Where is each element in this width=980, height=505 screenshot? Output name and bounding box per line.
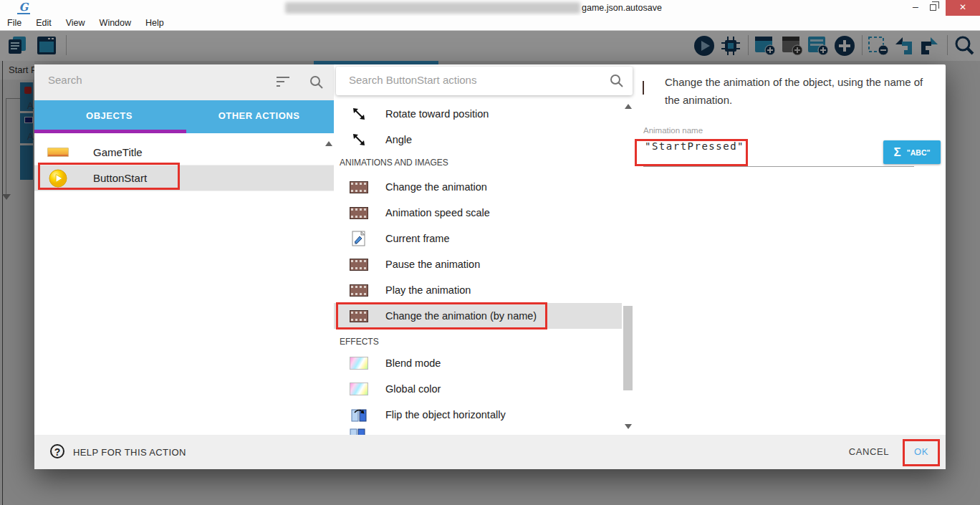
action-label: Blend mode <box>385 357 441 369</box>
action-description: Change the animation of the object, usin… <box>665 73 940 109</box>
action-scrollbar-down-icon[interactable] <box>625 424 632 429</box>
action-search-input[interactable] <box>347 73 591 87</box>
action-search-bar <box>336 67 633 95</box>
action-row[interactable]: Current frame <box>334 226 622 251</box>
action-label: Current frame <box>385 233 449 244</box>
action-row[interactable]: Play the animation <box>334 277 622 303</box>
action-row[interactable]: Global color <box>334 376 622 402</box>
highlight-box-buttonstart <box>38 163 180 190</box>
menu-edit[interactable]: Edit <box>29 18 59 28</box>
title-bar: G game.json.autosave – ✕ <box>0 0 980 16</box>
action-label: Angle <box>385 134 412 145</box>
gdevelop-logo-icon: G <box>17 1 30 14</box>
cancel-button[interactable]: CANCEL <box>844 442 894 462</box>
redacted-title-path <box>285 2 580 14</box>
flip-horizontal-icon <box>350 407 368 423</box>
tab-other-actions[interactable]: OTHER ACTIONS <box>184 100 334 133</box>
active-tab-underline <box>34 130 186 133</box>
left-scrollbar-up-icon[interactable] <box>325 141 332 146</box>
action-group-header: EFFECTS <box>340 332 379 351</box>
field-underline <box>643 166 914 167</box>
search-icon[interactable] <box>610 74 624 88</box>
action-editor-dialog: OBJECTS OTHER ACTIONS GameTitle ButtonSt… <box>34 64 946 469</box>
film-strip-icon <box>350 181 368 193</box>
action-group-header: ANIMATIONS AND IMAGES <box>340 153 448 172</box>
action-label: Play the animation <box>385 284 471 296</box>
action-label: Flip the object horizontally <box>385 409 506 420</box>
tab-objects[interactable]: OBJECTS <box>34 100 184 133</box>
film-strip-icon <box>643 82 644 95</box>
action-row[interactable]: Pause the animation <box>334 251 622 277</box>
film-strip-icon <box>350 284 368 297</box>
highlight-box-change-animation-by-name <box>336 302 547 330</box>
action-row[interactable]: Animation speed scale <box>334 200 622 226</box>
action-row[interactable]: Rotate toward position <box>334 101 622 127</box>
restore-icon <box>930 4 936 11</box>
picker-tabs: OBJECTS OTHER ACTIONS <box>34 100 334 133</box>
gdevelop-window: G game.json.autosave – ✕ File Edit View … <box>0 0 980 505</box>
film-strip-icon <box>350 259 368 271</box>
window-title: game.json.autosave <box>582 3 662 13</box>
action-row-partial <box>350 428 368 435</box>
help-link[interactable]: HELP FOR THIS ACTION <box>73 447 186 458</box>
abc-label: "ABC" <box>907 148 931 157</box>
action-label: Change the animation <box>385 181 487 193</box>
object-name: GameTitle <box>93 146 143 158</box>
filter-icon[interactable] <box>277 77 289 87</box>
highlight-box-ok-button <box>903 439 940 466</box>
action-label: Global color <box>385 383 441 395</box>
menu-bar: File Edit View Window Help <box>0 16 980 31</box>
action-row[interactable]: Change the animation <box>334 174 622 200</box>
action-scrollbar-thumb[interactable] <box>623 306 633 390</box>
action-label: Animation speed scale <box>385 207 490 218</box>
menu-view[interactable]: View <box>59 18 92 28</box>
rotate-arrow-icon <box>350 132 368 148</box>
animation-name-label: Animation name <box>643 126 703 135</box>
rotate-arrow-icon <box>350 106 368 122</box>
object-row-gametitle[interactable]: GameTitle <box>34 140 334 165</box>
sigma-icon: Σ <box>894 145 901 160</box>
search-icon[interactable] <box>309 75 324 90</box>
menu-help[interactable]: Help <box>138 18 171 28</box>
rainbow-square-icon <box>350 383 368 395</box>
help-icon[interactable]: ? <box>50 444 64 458</box>
close-button[interactable]: ✕ <box>946 0 980 16</box>
rainbow-square-icon <box>350 357 368 370</box>
expression-editor-button[interactable]: Σ "ABC" <box>883 140 941 164</box>
dialog-footer: ? HELP FOR THIS ACTION CANCEL OK <box>34 435 946 469</box>
highlight-box-animation-name-value <box>635 139 748 166</box>
restore-button[interactable] <box>924 0 941 16</box>
action-label: Rotate toward position <box>385 108 489 120</box>
action-row[interactable]: Flip the object horizontally <box>334 402 622 428</box>
action-row[interactable]: Blend mode <box>334 350 622 376</box>
object-search-bar <box>34 64 334 100</box>
minimize-button[interactable]: – <box>907 0 924 16</box>
film-strip-icon <box>350 207 368 219</box>
gametitle-logo-icon <box>47 148 69 157</box>
object-search-input[interactable] <box>47 73 261 87</box>
menu-file[interactable]: File <box>0 18 29 28</box>
action-label: Pause the animation <box>385 259 480 270</box>
action-row[interactable]: Angle <box>334 127 622 153</box>
action-scrollbar-up-icon[interactable] <box>625 104 632 109</box>
frame-edit-icon <box>350 231 368 246</box>
menu-window[interactable]: Window <box>92 18 138 28</box>
